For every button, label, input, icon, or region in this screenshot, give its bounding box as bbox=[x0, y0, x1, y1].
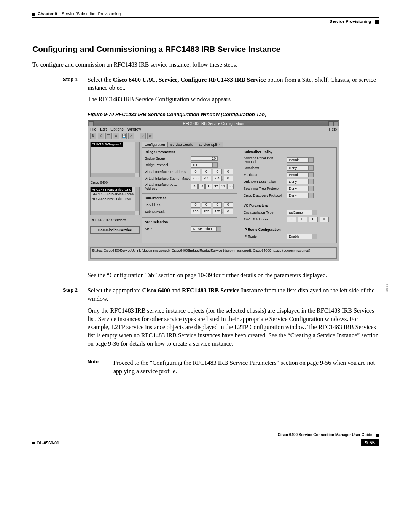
step-1: Step 1 Select the Cisco 6400 UAC, Servic… bbox=[32, 76, 379, 104]
footer-marker-left bbox=[32, 442, 35, 444]
tab-service-uplink[interactable]: Service Uplink bbox=[196, 142, 223, 147]
toolbar-save-icon[interactable]: 💾 bbox=[121, 133, 127, 139]
services-list[interactable]: RFC1483IRBService-One RFC1483IRBService-… bbox=[90, 187, 140, 215]
post-p1: See the “Configuration Tab” section on p… bbox=[88, 271, 379, 280]
figure-number: 38333 bbox=[385, 283, 389, 292]
service-item[interactable]: RFC1483IRBService-Three bbox=[91, 192, 139, 197]
pvc-input[interactable]: 0.0.0.0 bbox=[287, 217, 329, 222]
page-number: 9-55 bbox=[361, 439, 379, 446]
minimize-button[interactable] bbox=[328, 121, 333, 126]
subip-input[interactable]: 0.0.0.0 bbox=[191, 202, 233, 208]
cdp-label: Cisco Discovery Protocol bbox=[244, 193, 285, 197]
service-item-selected[interactable]: RFC1483IRBService-One bbox=[91, 187, 132, 192]
section-marker bbox=[375, 20, 379, 24]
service-item[interactable]: RFC1483IRBService-Two bbox=[91, 197, 139, 201]
chevron-down-icon bbox=[308, 158, 313, 162]
toolbar: ⇅ ⎙ ☰ ≡ 💾 ✓ ? ⟳ bbox=[88, 132, 339, 140]
menu-help[interactable]: Help bbox=[329, 127, 337, 131]
subif-title: Sub-Interface bbox=[145, 196, 235, 200]
stp-select[interactable]: Deny bbox=[287, 186, 314, 191]
bc-select[interactable]: Deny bbox=[287, 165, 314, 171]
bridge-group-input[interactable]: 20 bbox=[191, 156, 218, 161]
bridge-protocol-select[interactable]: IEEE bbox=[191, 162, 218, 168]
scrollbar-h[interactable] bbox=[91, 173, 135, 177]
enc-select[interactable]: aal5snap bbox=[287, 210, 317, 215]
mc-label: Multicast bbox=[244, 173, 285, 177]
cisco6400-label: Cisco 6400 bbox=[91, 181, 140, 184]
chevron-down-icon bbox=[308, 173, 313, 177]
iproute-title: IP Route Configuration bbox=[244, 228, 334, 232]
vmask-label: Virtual Interface Subnet Mask bbox=[145, 177, 190, 181]
mc-select[interactable]: Permit bbox=[287, 172, 314, 177]
page-header: Chapter 9 Service/Subscriber Provisionin… bbox=[32, 11, 379, 18]
toolbar-list-icon[interactable]: ≡ bbox=[113, 133, 119, 139]
toolbar-refresh-icon[interactable]: ⟳ bbox=[147, 133, 153, 139]
vmac-input[interactable]: 353433323130 bbox=[191, 184, 234, 189]
iproute-label: IP Route bbox=[244, 235, 285, 238]
menu-window[interactable]: Window bbox=[127, 127, 141, 131]
chassis-list[interactable]: CHASSIS-Region 1 bbox=[90, 142, 140, 177]
step-2: Step 2 Select the appropriate Cisco 6400… bbox=[32, 286, 379, 348]
scrollbar-v[interactable] bbox=[135, 187, 139, 211]
cdp-select[interactable]: Deny bbox=[287, 193, 314, 198]
tab-service-details[interactable]: Service Details bbox=[168, 142, 196, 147]
arp-select[interactable]: Permit bbox=[287, 157, 314, 163]
toolbar-btn-1[interactable]: ⇅ bbox=[90, 133, 96, 139]
chapter-number: Chapter 9 bbox=[38, 11, 57, 16]
chapter-title: Service/Subscriber Provisioning bbox=[62, 11, 121, 16]
note-text: Proceed to the “Configuring the RFC1483 … bbox=[113, 356, 379, 379]
services-panel-label: RFC1483 IRB Services bbox=[91, 218, 140, 222]
commission-service-button[interactable]: Commission Service bbox=[90, 226, 140, 234]
tab-configuration[interactable]: Configuration bbox=[142, 142, 168, 147]
vc-title: VC Parameters bbox=[244, 204, 334, 208]
nrp-label: NRP bbox=[145, 227, 190, 231]
nrp-select[interactable]: No selection bbox=[191, 226, 221, 232]
header-marker bbox=[32, 13, 35, 16]
note-block: Note Proceed to the “Configuring the RFC… bbox=[88, 356, 379, 379]
maximize-button[interactable] bbox=[333, 121, 338, 126]
status-bar: Status: Cisco6400ServiceUplink (decommis… bbox=[90, 247, 337, 259]
page-footer: Cisco 6400 Service Connection Manager Us… bbox=[32, 433, 379, 446]
vmask-input[interactable]: 255.255.255.0 bbox=[191, 176, 233, 181]
chevron-down-icon bbox=[312, 210, 317, 215]
step-1-label: Step 1 bbox=[63, 76, 88, 104]
toolbar-help-icon[interactable]: ? bbox=[140, 133, 146, 139]
menu-options[interactable]: Options bbox=[110, 127, 123, 131]
ud-select[interactable]: Deny bbox=[287, 179, 314, 184]
ud-label: Unknown Destination bbox=[244, 180, 285, 184]
bridge-protocol-label: Bridge Protocol bbox=[145, 163, 190, 167]
pvc-label: PVC IP Address bbox=[244, 217, 285, 221]
menu-edit[interactable]: Edit bbox=[100, 127, 107, 131]
toolbar-btn-3[interactable]: ☰ bbox=[105, 133, 112, 139]
toolbar-print-icon[interactable]: ⎙ bbox=[98, 133, 104, 139]
scrollbar-v[interactable] bbox=[135, 142, 139, 173]
step-2-label: Step 2 bbox=[63, 286, 88, 348]
submask-label: Subnet Mask bbox=[145, 210, 190, 214]
footer-marker bbox=[376, 434, 379, 437]
section-title: Service Provisioning bbox=[330, 19, 371, 24]
subip-label: IP Address bbox=[145, 203, 190, 207]
scrollbar-h[interactable] bbox=[91, 211, 135, 215]
chevron-down-icon bbox=[312, 234, 317, 239]
app-window: RFC1483 IRB Service Configuration File E… bbox=[88, 120, 339, 261]
menu-file[interactable]: File bbox=[90, 127, 96, 131]
menubar: File Edit Options Window Help bbox=[88, 126, 339, 132]
toolbar-check-icon[interactable]: ✓ bbox=[128, 133, 134, 139]
vip-input[interactable]: 0.0.0.0 bbox=[191, 169, 233, 174]
footer-doc-title: Cisco 6400 Service Connection Manager Us… bbox=[278, 433, 372, 437]
figure-caption: Figure 9-70 RFC1483 IRB Service Configur… bbox=[88, 112, 379, 117]
chevron-down-icon bbox=[308, 166, 313, 170]
bc-label: Broadcast bbox=[244, 166, 285, 170]
left-panel: CHASSIS-Region 1 Cisco 6400 RFC1483IRBSe… bbox=[90, 142, 140, 243]
chassis-selected[interactable]: CHASSIS-Region 1 bbox=[91, 142, 123, 147]
vip-label: Virtual Interface IP Address bbox=[145, 170, 190, 174]
enc-label: Encapsulation Type bbox=[244, 211, 285, 214]
stp-label: Spanning Tree Protocol bbox=[244, 187, 285, 190]
page-title: Configuring and Commissioning a RFC1483 … bbox=[32, 45, 379, 54]
arp-label: Address Resolution Protocol bbox=[244, 156, 285, 164]
intro-text: To configure and commission an RFC1483 I… bbox=[32, 61, 379, 69]
iproute-select[interactable]: Enable bbox=[287, 234, 317, 239]
config-pane: Bridge Parameters Bridge Group20 Bridge … bbox=[142, 147, 337, 243]
submask-input[interactable]: 255.255.255.0 bbox=[191, 209, 233, 214]
chevron-down-icon bbox=[308, 193, 313, 198]
